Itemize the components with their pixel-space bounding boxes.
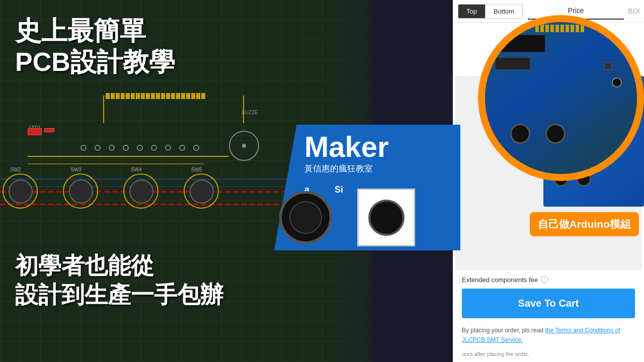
tab-bottom[interactable]: Bottom <box>485 5 522 18</box>
sw2-label: SW2 <box>10 167 21 172</box>
maker-brand: Maker <box>304 132 450 161</box>
sw4-label: SW4 <box>131 167 142 172</box>
tab-top[interactable]: Top <box>458 5 485 18</box>
led-component <box>28 128 42 135</box>
trace-yellow-1 <box>28 156 229 157</box>
sw3-label: SW3 <box>70 167 82 172</box>
sw5-label: SW5 <box>191 167 202 172</box>
buzzer-label: BUZZE <box>242 110 258 115</box>
header-pins <box>106 93 205 99</box>
extended-fee-label: Extended components fee <box>462 276 538 284</box>
bom-tab[interactable]: BOI <box>624 3 644 19</box>
terms-container: By placing your order, pls read the Term… <box>462 326 635 345</box>
solder-pads <box>80 145 199 151</box>
circle-component <box>229 131 259 161</box>
label-si: Si <box>335 185 343 195</box>
extended-fee-row: Extended components fee i <box>462 276 635 284</box>
save-to-cart-button[interactable]: Save To Cart <box>462 289 635 318</box>
switch-sw2-outer <box>3 173 38 209</box>
switch-sw5-outer <box>184 173 219 209</box>
maker-subtitle: 黃信惠的瘋狂教室 <box>304 163 450 174</box>
pricing-bottom: Extended components fee i Save To Cart B… <box>453 270 644 349</box>
arduino-badge: 自己做Arduino模組 <box>530 212 639 236</box>
trace-yellow-2 <box>28 163 204 164</box>
main-title: 史上最簡單 PCB設計教學 <box>15 15 175 78</box>
switch-sw3-outer <box>63 173 98 209</box>
orange-circle-frame <box>478 15 644 181</box>
square-button <box>357 189 415 246</box>
header-connector <box>103 96 244 123</box>
view-toggle[interactable]: Top Bottom <box>458 4 523 19</box>
bottom-note: ours after placing the order. <box>453 349 644 362</box>
led-component2 <box>44 128 54 132</box>
large-button-left <box>279 191 332 244</box>
terms-prefix: By placing your order, pls read <box>462 327 545 334</box>
info-icon[interactable]: i <box>541 276 548 283</box>
sub-title: 初學者也能從 設計到生產一手包辦 <box>15 251 223 309</box>
switch-sw4-outer <box>123 173 158 209</box>
